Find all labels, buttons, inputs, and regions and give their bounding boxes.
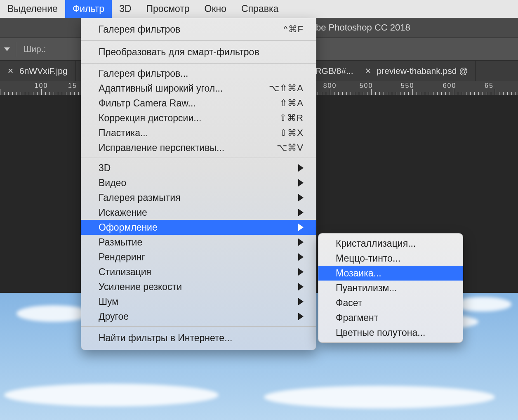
submenu-arrow-icon	[298, 224, 304, 231]
ruler-label: 100	[35, 82, 48, 90]
app-title-fragment: be Photoshop CC 2018	[316, 22, 410, 33]
ruler-label: 600	[443, 82, 457, 90]
submenu-arrow-icon	[298, 238, 304, 246]
close-icon[interactable]: ✕	[7, 66, 14, 76]
menu-item-label: Галерея фильтров...	[99, 68, 304, 79]
submenu-arrow-icon	[298, 194, 304, 201]
menu-item-label: Оформление	[99, 222, 298, 233]
filter-menu-dropdown: Галерея фильтров^⌘FПреобразовать для сма…	[81, 18, 316, 350]
menu-item-label: Шум	[99, 296, 298, 307]
menu-item-label: Рендеринг	[99, 252, 298, 263]
label: Справка	[241, 3, 278, 14]
menu-item[interactable]: Исправление перспективы...⌥⌘V	[81, 140, 316, 155]
label: Окно	[205, 3, 226, 14]
menu-separator	[81, 326, 316, 327]
submenu-item-label: Пуантилизм...	[336, 283, 397, 294]
menu-item[interactable]: Искажение	[81, 205, 316, 220]
close-icon[interactable]: ✕	[365, 66, 371, 76]
menu-item[interactable]: Пластика...⇧⌘X	[81, 125, 316, 140]
width-label: Шир.:	[24, 44, 46, 54]
submenu-arrow-icon	[298, 179, 304, 186]
menu-item-label: Фильтр Camera Raw...	[99, 98, 280, 109]
menu-item-label: Видео	[99, 177, 298, 189]
submenu-item[interactable]: Меццо-тинто...	[318, 251, 463, 266]
menu-view[interactable]: Просмотр	[139, 0, 197, 18]
submenu-arrow-icon	[298, 253, 304, 261]
menu-item-shortcut: ⇧⌘A	[280, 98, 304, 109]
menu-item[interactable]: Рендеринг	[81, 250, 316, 264]
menu-item[interactable]: Фильтр Camera Raw...⇧⌘A	[81, 96, 316, 111]
menu-item[interactable]: Видео	[81, 175, 316, 190]
menu-item[interactable]: Усиление резкости	[81, 279, 316, 294]
menu-item-label: Исправление перспективы...	[99, 142, 277, 153]
doc-tab-fragment-mid: , RGB/8#...	[311, 66, 353, 76]
label: Выделение	[7, 3, 58, 14]
menu-item[interactable]: Шум	[81, 294, 316, 309]
submenu-item[interactable]: Пуантилизм...	[318, 281, 463, 295]
submenu-item-label: Фрагмент	[336, 312, 378, 323]
menu-3d[interactable]: 3D	[112, 0, 139, 18]
menu-item-shortcut: ⇧⌘X	[280, 127, 304, 138]
menu-item-label: Преобразовать для смарт-фильтров	[99, 47, 304, 58]
menu-item-shortcut: ^⌘F	[283, 24, 304, 35]
menu-item-label: Галерея фильтров	[99, 24, 283, 35]
divider	[16, 42, 16, 57]
menu-item[interactable]: Адаптивный широкий угол...⌥⇧⌘A	[81, 81, 316, 96]
menu-item-label: 3D	[99, 163, 298, 174]
submenu-arrow-icon	[298, 268, 304, 276]
cloud-shape	[16, 305, 91, 322]
menu-item-label: Пластика...	[99, 127, 280, 139]
doc-tab-label: 6nWVxiF.jpg	[19, 66, 68, 76]
submenu-item-label: Кристаллизация...	[336, 238, 416, 249]
menu-item-shortcut: ⌥⇧⌘A	[269, 83, 304, 94]
submenu-item[interactable]: Цветные полутона...	[318, 325, 463, 340]
menu-separator	[81, 158, 316, 158]
menu-item[interactable]: Найти фильтры в Интернете...	[81, 329, 316, 347]
menu-filter[interactable]: Фильтр	[65, 0, 112, 18]
submenu-item[interactable]: Фрагмент	[318, 310, 463, 325]
menu-item-label: Усиление резкости	[99, 281, 298, 293]
submenu-arrow-icon	[298, 209, 304, 216]
menu-item-label: Искажение	[99, 207, 298, 218]
menu-item[interactable]: Оформление	[81, 220, 316, 235]
doc-tab-label: preview-thabank.psd @	[377, 66, 468, 76]
menu-item[interactable]: Стилизация	[81, 264, 316, 279]
menu-item[interactable]: Другое	[81, 309, 316, 324]
menu-item[interactable]: 3D	[81, 160, 316, 175]
menu-select[interactable]: Выделение	[0, 0, 65, 18]
menu-window[interactable]: Окно	[197, 0, 234, 18]
submenu-arrow-icon	[298, 298, 304, 305]
menu-item-label: Коррекция дисторсии...	[99, 113, 279, 124]
submenu-item-label: Меццо-тинто...	[336, 253, 400, 264]
submenu-item[interactable]: Кристаллизация...	[318, 236, 463, 251]
menu-item-label: Адаптивный широкий угол...	[99, 83, 269, 94]
menu-item[interactable]: Размытие	[81, 235, 316, 250]
label: 3D	[119, 3, 131, 14]
pixelate-submenu: Кристаллизация...Меццо-тинто...Мозаика..…	[318, 233, 463, 343]
menu-item[interactable]: Галерея фильтров...	[81, 66, 316, 81]
menu-item-label: Стилизация	[99, 267, 298, 278]
menu-separator	[81, 63, 316, 64]
menu-item[interactable]: Галерея фильтров^⌘F	[81, 21, 316, 38]
menu-item-shortcut: ⌥⌘V	[277, 142, 304, 153]
menu-item[interactable]: Преобразовать для смарт-фильтров	[81, 43, 316, 61]
cloud-shape	[4, 384, 219, 406]
menu-item[interactable]: Галерея размытия	[81, 190, 316, 205]
menu-item-label: Найти фильтры в Интернете...	[99, 333, 304, 344]
menu-item[interactable]: Коррекция дисторсии...⇧⌘R	[81, 111, 316, 125]
submenu-arrow-icon	[298, 283, 304, 290]
ruler-label: 550	[401, 82, 414, 90]
doc-tab-0[interactable]: ✕ 6nWVxiF.jpg	[0, 61, 75, 81]
ruler-label: 65	[485, 82, 494, 90]
submenu-item[interactable]: Фасет	[318, 295, 463, 310]
submenu-item-label: Фасет	[336, 297, 362, 309]
submenu-arrow-icon	[298, 313, 304, 320]
submenu-item-label: Цветные полутона...	[336, 327, 425, 338]
menu-item-label: Другое	[99, 311, 298, 322]
submenu-item[interactable]: Мозаика...	[318, 266, 463, 281]
menu-help[interactable]: Справка	[234, 0, 286, 18]
ruler-label: 800	[323, 82, 337, 90]
cloud-shape	[264, 386, 495, 408]
doc-tab-2[interactable]: ✕ preview-thabank.psd @	[358, 61, 476, 81]
chevron-down-icon[interactable]	[4, 47, 10, 51]
